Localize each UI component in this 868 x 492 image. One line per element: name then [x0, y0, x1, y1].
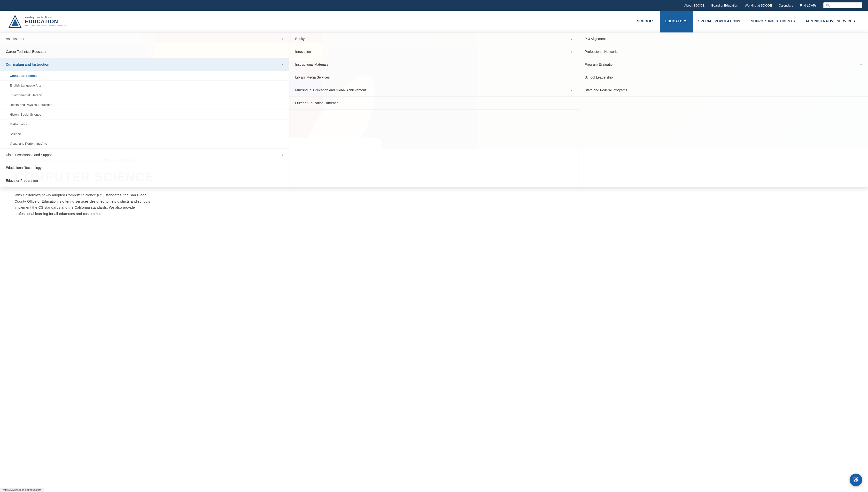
menu-item-district-assistance[interactable]: District Assistance and Support ∨: [0, 149, 289, 162]
menu-item-professional-networks[interactable]: Professional Networks: [579, 45, 868, 58]
sub-menu-computer-science[interactable]: Computer Science: [0, 71, 289, 81]
chevron-down-icon-2: ∨: [281, 153, 283, 156]
menu-item-equity[interactable]: Equity ∨: [289, 32, 579, 45]
menu-item-library-media[interactable]: Library Media Services: [289, 71, 579, 84]
logo-text: san diego county office of EDUCATION FUT…: [25, 16, 68, 27]
nav-special-populations[interactable]: SPECIAL POPULATIONS: [693, 11, 746, 32]
sub-menu-history-social[interactable]: History-Social Science: [0, 110, 289, 120]
logo-triangle-icon: [8, 14, 22, 29]
logo-tagline: FUTURE WITHOUT BOUNDARIES™: [25, 24, 68, 27]
chevron-down-icon: ∨: [281, 37, 283, 41]
nav-administrative-services[interactable]: ADMINISTRATIVE SERVICES: [800, 11, 860, 32]
sub-menu-mathematics[interactable]: Mathematics: [0, 120, 289, 129]
sub-menu-env-literacy[interactable]: Environmental Literacy: [0, 91, 289, 100]
top-nav-board[interactable]: Board of Education: [711, 4, 738, 7]
sub-menu-health-pe[interactable]: Health and Physical Education: [0, 100, 289, 110]
menu-item-assessment[interactable]: Assessment ∨: [0, 32, 289, 45]
chevron-down-icon-3: ∨: [571, 37, 573, 41]
main-header: san diego county office of EDUCATION FUT…: [0, 11, 868, 32]
menu-item-multilingual[interactable]: Multilingual Education and Global Achiev…: [289, 84, 579, 97]
sub-menu-science[interactable]: Science: [0, 129, 289, 139]
menu-item-school-leadership[interactable]: School Leadership: [579, 71, 868, 84]
sub-menu-ela[interactable]: English Language Arts: [0, 81, 289, 91]
menu-item-program-eval[interactable]: Program Evaluation ∨: [579, 58, 868, 71]
mega-menu-col-1: Assessment ∨ Career Technical Education …: [0, 32, 289, 187]
logo[interactable]: san diego county office of EDUCATION FUT…: [8, 14, 68, 29]
top-nav-calendars[interactable]: Calendars: [779, 4, 793, 7]
chevron-down-icon-4: ∨: [571, 50, 573, 53]
main-nav: SCHOOLS EDUCATORS SPECIAL POPULATIONS SU…: [632, 11, 860, 32]
nav-educators[interactable]: EDUCATORS: [660, 11, 693, 32]
menu-item-state-federal[interactable]: State and Federal Programs: [579, 84, 868, 97]
nav-schools[interactable]: SCHOOLS: [632, 11, 660, 32]
menu-item-outdoor-ed[interactable]: Outdoor Education Outreach: [289, 97, 579, 109]
mega-menu-col-2: Equity ∨ Innovation ∨ Instructional Mate…: [289, 32, 579, 187]
top-nav-about[interactable]: About SDCOE: [684, 4, 705, 7]
nav-supporting-students[interactable]: SUPPORTING STUDENTS: [746, 11, 800, 32]
chevron-up-icon: ∧: [281, 63, 283, 66]
sub-menu-visual-arts[interactable]: Visual and Performing Arts: [0, 139, 289, 149]
menu-item-ed-tech[interactable]: Educational Technology: [0, 162, 289, 174]
svg-marker-1: [11, 19, 19, 26]
menu-item-instructional-materials[interactable]: Instructional Materials: [289, 58, 579, 71]
search-input[interactable]: [830, 4, 862, 7]
page-body: With California's newly adopted Computer…: [15, 192, 155, 217]
search-icon: 🔍: [826, 3, 830, 7]
search-box: 🔍: [823, 2, 862, 8]
menu-item-curriculum[interactable]: Curriculum and Instruction ∧: [0, 58, 289, 71]
menu-item-innovation[interactable]: Innovation ∨: [289, 45, 579, 58]
menu-item-cte[interactable]: Career Technical Education: [0, 45, 289, 58]
mega-menu-col-3: P-3 Alignment Professional Networks Prog…: [579, 32, 868, 187]
logo-education: EDUCATION: [25, 19, 68, 24]
top-bar: About SDCOE Board of Education Working a…: [0, 0, 868, 11]
mega-menu: Assessment ∨ Career Technical Education …: [0, 32, 868, 187]
top-nav-working[interactable]: Working at SDCOE: [745, 4, 772, 7]
menu-item-p3[interactable]: P-3 Alignment: [579, 32, 868, 45]
chevron-down-icon-5: ∨: [571, 89, 573, 92]
top-nav-find-lcaps[interactable]: Find LCAPs: [800, 4, 817, 7]
chevron-down-icon-6: ∨: [860, 63, 862, 66]
menu-item-educator-prep[interactable]: Educator Preparation: [0, 174, 289, 187]
